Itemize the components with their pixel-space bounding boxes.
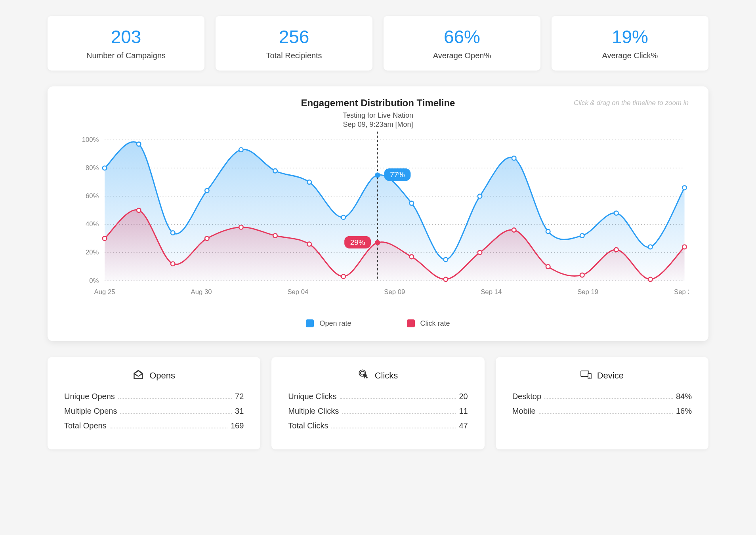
stat-value: 31	[235, 407, 244, 416]
kpi-value: 256	[223, 27, 365, 47]
stats-row: Opens Unique Opens72 Multiple Opens31 To…	[48, 357, 708, 449]
svg-text:Sep 14: Sep 14	[481, 288, 502, 296]
timeline-chart[interactable]: 0%20%40%60%80%100%Aug 25Aug 30Sep 04Sep …	[67, 132, 689, 310]
annotation-line2: Sep 09, 9:23am [Mon]	[343, 120, 413, 128]
stat-value: 72	[235, 392, 244, 401]
kpi-open-rate: 66% Average Open%	[384, 16, 540, 71]
svg-point-67	[589, 377, 590, 378]
svg-text:29%: 29%	[350, 238, 365, 246]
legend-swatch-click	[407, 319, 415, 327]
stat-value: 20	[459, 392, 468, 401]
stats-title: Device	[597, 371, 624, 381]
svg-point-53	[648, 277, 652, 281]
svg-point-36	[682, 186, 686, 190]
svg-point-33	[580, 234, 584, 238]
svg-point-37	[103, 237, 107, 241]
svg-text:Aug 25: Aug 25	[94, 288, 115, 296]
svg-rect-65	[583, 376, 586, 377]
svg-text:80%: 80%	[86, 164, 99, 172]
stat-row: Unique Clicks20	[288, 392, 468, 401]
svg-point-39	[171, 262, 175, 266]
kpi-row: 203 Number of Campaigns 256 Total Recipi…	[48, 16, 708, 71]
stat-row: Total Clicks47	[288, 421, 468, 430]
kpi-recipients: 256 Total Recipients	[216, 16, 372, 71]
device-card: Device Desktop84% Mobile16%	[496, 357, 708, 449]
svg-point-20	[137, 142, 141, 146]
stat-row: Multiple Opens31	[64, 407, 244, 416]
kpi-label: Average Open%	[391, 51, 533, 60]
opens-card: Opens Unique Opens72 Multiple Opens31 To…	[48, 357, 260, 449]
svg-text:Sep 24: Sep 24	[674, 288, 689, 296]
svg-point-40	[205, 237, 209, 241]
legend-open-rate[interactable]: Open rate	[306, 319, 351, 328]
legend-click-rate[interactable]: Click rate	[407, 319, 450, 328]
annotation-line1: Testing for Live Nation	[343, 111, 413, 119]
kpi-click-rate: 19% Average Click%	[552, 16, 708, 71]
svg-text:0%: 0%	[89, 277, 99, 285]
svg-point-52	[614, 248, 618, 252]
stat-value: 11	[459, 407, 468, 416]
svg-text:20%: 20%	[86, 249, 99, 256]
svg-point-44	[341, 275, 345, 279]
svg-text:Sep 19: Sep 19	[577, 288, 598, 296]
svg-text:Aug 30: Aug 30	[191, 288, 212, 296]
svg-point-56	[375, 173, 380, 178]
stat-row: Desktop84%	[512, 392, 692, 401]
legend-label: Click rate	[420, 319, 450, 328]
svg-rect-64	[581, 371, 589, 376]
svg-point-47	[444, 277, 448, 281]
stat-label: Unique Clicks	[288, 392, 336, 401]
legend-label: Open rate	[319, 319, 351, 328]
stat-label: Multiple Clicks	[288, 407, 339, 416]
stat-value: 16%	[676, 407, 692, 416]
svg-point-24	[273, 169, 277, 173]
svg-point-34	[614, 211, 618, 215]
devices-icon	[580, 369, 592, 382]
stat-value: 84%	[676, 392, 692, 401]
svg-point-21	[171, 231, 175, 235]
stat-label: Desktop	[512, 392, 541, 401]
stat-label: Total Clicks	[288, 421, 328, 430]
svg-point-48	[478, 250, 482, 254]
svg-text:Sep 09: Sep 09	[384, 288, 405, 296]
svg-text:77%: 77%	[390, 170, 405, 179]
stat-label: Total Opens	[64, 421, 107, 430]
kpi-label: Total Recipients	[223, 51, 365, 60]
svg-point-43	[307, 242, 311, 246]
stats-title: Opens	[149, 371, 175, 381]
svg-text:40%: 40%	[86, 221, 99, 228]
opens-head: Opens	[64, 369, 244, 382]
svg-point-50	[546, 265, 550, 269]
stats-title: Clicks	[375, 371, 398, 381]
envelope-open-icon	[133, 369, 144, 382]
svg-text:60%: 60%	[86, 193, 99, 200]
stat-row: Unique Opens72	[64, 392, 244, 401]
svg-point-31	[512, 156, 516, 160]
svg-point-54	[682, 245, 686, 249]
svg-point-32	[546, 229, 550, 233]
chart-zoom-hint: Click & drag on the timeline to zoom in	[574, 99, 689, 107]
svg-point-25	[307, 180, 311, 184]
svg-point-29	[444, 258, 448, 262]
svg-point-46	[410, 255, 414, 259]
stat-value: 169	[231, 421, 244, 430]
svg-point-19	[103, 166, 107, 170]
stat-label: Unique Opens	[64, 392, 115, 401]
kpi-label: Average Click%	[559, 51, 701, 60]
stat-row: Total Opens169	[64, 421, 244, 430]
svg-point-28	[410, 201, 414, 205]
device-head: Device	[512, 369, 692, 382]
chart-annotation: Testing for Live Nation Sep 09, 9:23am […	[67, 111, 689, 130]
chart-legend: Open rate Click rate	[67, 319, 689, 328]
kpi-campaigns: 203 Number of Campaigns	[48, 16, 204, 71]
svg-point-41	[239, 225, 243, 229]
svg-point-49	[512, 228, 516, 232]
legend-swatch-open	[306, 319, 314, 327]
stat-row: Mobile16%	[512, 407, 692, 416]
svg-text:100%: 100%	[82, 136, 99, 144]
svg-point-38	[137, 208, 141, 212]
kpi-label: Number of Campaigns	[55, 51, 197, 60]
stat-label: Mobile	[512, 407, 536, 416]
kpi-value: 203	[55, 27, 197, 47]
svg-point-57	[375, 240, 380, 245]
